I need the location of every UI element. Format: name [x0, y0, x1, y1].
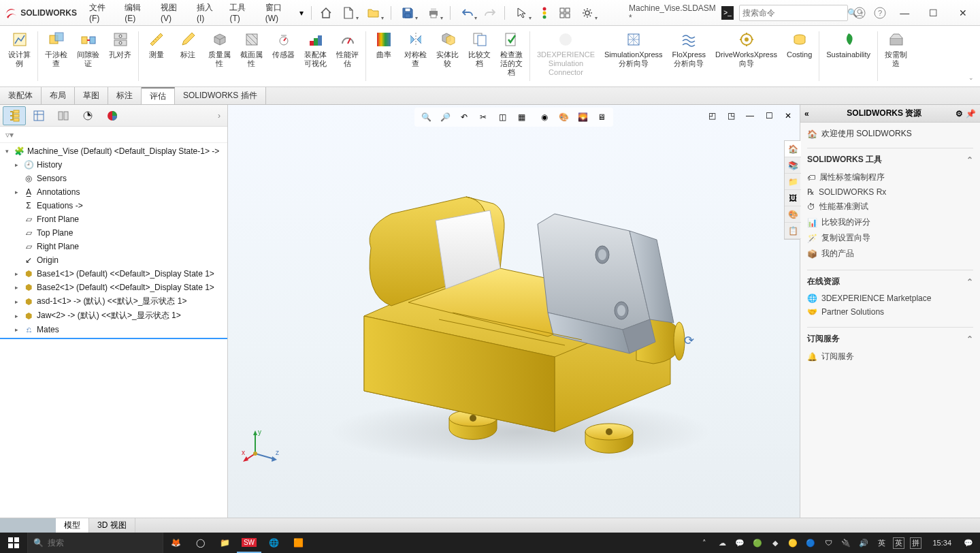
zoom-area-icon[interactable]: 🔎	[436, 109, 454, 125]
tree-front-plane[interactable]: ▱Front Plane	[0, 212, 227, 226]
ribbon-costing[interactable]: Costing	[783, 29, 816, 84]
tab-layout[interactable]: 布局	[42, 87, 75, 104]
taskbar-app-1[interactable]: 🦊	[163, 533, 188, 553]
start-button[interactable]	[0, 533, 27, 553]
tree-right-plane[interactable]: ▱Right Plane	[0, 240, 227, 253]
ribbon-clearance[interactable]: 间隙验 证	[73, 29, 103, 84]
menu-file[interactable]: 文件(F)	[85, 0, 118, 26]
ribbon-body-compare[interactable]: 实体比 较	[432, 29, 463, 84]
tree-part-asd1[interactable]: ▸⬢asd-1<1> -> (默认) <<默认>_显示状态 1>	[0, 294, 227, 309]
fm-tab-config[interactable]	[52, 106, 75, 125]
tp-tab-design-library-icon[interactable]: 📚	[785, 157, 801, 174]
redo-button[interactable]	[481, 3, 499, 22]
tp-link-my-products[interactable]: 📦我的产品	[807, 246, 973, 262]
collapse-icon[interactable]: «	[804, 109, 809, 118]
tray-volume-icon[interactable]: 🔊	[858, 539, 870, 548]
ribbon-doc-compare[interactable]: 比较文 档	[464, 29, 495, 84]
ribbon-symmetry[interactable]: 对称检 查	[400, 29, 431, 84]
tree-sensors[interactable]: ◎Sensors	[0, 172, 227, 185]
new-button[interactable]	[338, 3, 360, 22]
ribbon-measure[interactable]: 测量	[142, 29, 172, 84]
tp-pin-icon[interactable]: 📌	[966, 109, 976, 118]
tp-link-marketplace[interactable]: 🌐3DEXPERIENCE Marketplace	[807, 291, 973, 305]
tray-security-icon[interactable]: 🛡	[822, 539, 834, 547]
tp-section-subscription[interactable]: 订阅服务⌃	[807, 327, 973, 345]
orientation-triad[interactable]: y x z	[242, 426, 282, 467]
tp-link-copy-settings[interactable]: 🪄复制设置向导	[807, 230, 973, 246]
zoom-fit-icon[interactable]: 🔍	[417, 109, 435, 125]
tree-annotations[interactable]: ▸A̲Annotations	[0, 185, 227, 199]
tray-icon[interactable]: 🔵	[804, 539, 817, 548]
taskbar-search-field[interactable]	[48, 538, 157, 548]
maximize-button[interactable]: ☐	[921, 3, 947, 22]
menu-view[interactable]: 视图(V)	[157, 0, 190, 26]
fm-tab-property[interactable]	[27, 106, 50, 125]
feature-filter[interactable]: ▿▾	[0, 127, 227, 143]
dropdown-arrow-icon[interactable]: ▾	[299, 8, 306, 18]
tab-evaluate[interactable]: 评估	[142, 87, 175, 104]
tree-origin[interactable]: ↙Origin	[0, 253, 227, 267]
tree-history[interactable]: ▸🕘History	[0, 158, 227, 172]
tp-link-rx[interactable]: ℞SOLIDWORKS Rx	[807, 185, 973, 199]
tp-tab-home-icon[interactable]: 🏠	[785, 141, 801, 157]
view-settings-icon[interactable]: 🖥	[593, 109, 610, 125]
fm-tab-display[interactable]	[101, 106, 124, 125]
taskbar-app-explorer[interactable]: 📁	[212, 533, 237, 553]
tree-part-jaw[interactable]: ▸⬢Jaw<2> -> (默认) <<默认>_显示状态 1>	[0, 309, 227, 323]
tray-chat-icon[interactable]: 💬	[734, 539, 746, 548]
tray-icon[interactable]: 🟡	[787, 539, 799, 548]
motion-study-placeholder[interactable]	[0, 518, 56, 533]
welcome-link[interactable]: 🏠欢迎使用 SOLIDWORKS	[807, 128, 973, 140]
section-view-icon[interactable]: ✂	[474, 109, 492, 125]
ribbon-curvature[interactable]: 曲率	[369, 29, 399, 84]
split-view-2-icon[interactable]: ◳	[722, 108, 740, 124]
tp-tab-file-explorer-icon[interactable]: 📁	[785, 174, 801, 190]
tp-settings-icon[interactable]: ⚙	[956, 109, 963, 118]
ribbon-mass-props[interactable]: 质量属 性	[204, 29, 235, 84]
tray-ime-pinyin[interactable]: 拼	[910, 537, 921, 549]
menu-edit[interactable]: 编辑(E)	[120, 0, 154, 26]
tp-tab-custom-props-icon[interactable]: 📋	[785, 223, 801, 239]
tp-section-online[interactable]: 在线资源⌃	[807, 270, 973, 287]
appearance-icon[interactable]: 🎨	[555, 109, 572, 125]
fm-expand-icon[interactable]: ›	[214, 111, 225, 121]
tab-sketch[interactable]: 草图	[75, 87, 108, 104]
tray-notifications-icon[interactable]: 💬	[962, 539, 975, 548]
tp-link-property-tab[interactable]: 🏷属性标签编制程序	[807, 170, 973, 185]
rebuild-button[interactable]	[536, 3, 553, 22]
ribbon-sensors[interactable]: 传感器	[268, 29, 299, 84]
tray-icon[interactable]: ◆	[769, 539, 781, 548]
tab-assembly[interactable]: 装配体	[0, 87, 42, 104]
tp-link-partner[interactable]: 🤝Partner Solutions	[807, 305, 973, 319]
tp-tab-view-palette-icon[interactable]: 🖼	[785, 190, 801, 206]
tray-ime-mode[interactable]: 英	[893, 537, 904, 549]
tray-wechat-icon[interactable]: 🟢	[751, 539, 764, 548]
close-button[interactable]: ✕	[949, 3, 976, 22]
previous-view-icon[interactable]: ↶	[455, 109, 473, 125]
tp-link-compare-score[interactable]: 📊比较我的评分	[807, 215, 973, 230]
minimize-button[interactable]: —	[892, 3, 918, 22]
tray-clock[interactable]: 15:34	[927, 539, 957, 547]
graphics-viewport[interactable]: 🔍 🔎 ↶ ✂ ◫ ▦ ◉ 🎨 🌄 🖥 ◰ ◳ — ☐ ✕	[228, 105, 800, 522]
tp-section-tools[interactable]: SOLIDWORKS 工具⌃	[807, 148, 973, 165]
tree-part-base2[interactable]: ▸⬢Base2<1> (Default) <<Default>_Display …	[0, 281, 227, 294]
bottom-tab-model[interactable]: 模型	[56, 518, 89, 533]
ribbon-driveworks[interactable]: DriveWorksXpress 向导	[711, 29, 781, 84]
select-button[interactable]	[510, 3, 533, 22]
tray-power-icon[interactable]: 🔌	[840, 539, 852, 548]
viewport-maximize-icon[interactable]: ☐	[760, 108, 778, 124]
tree-rollback-bar[interactable]	[0, 338, 227, 339]
tray-chevron-icon[interactable]: ˄	[698, 539, 710, 548]
taskbar-app-edge[interactable]: 🌐	[261, 533, 286, 553]
open-button[interactable]	[363, 3, 385, 22]
fm-tab-dimxpert[interactable]	[76, 106, 99, 125]
tree-top-plane[interactable]: ▱Top Plane	[0, 226, 227, 240]
tp-link-benchmark[interactable]: ⏱性能基准测试	[807, 199, 973, 215]
taskbar-app-other[interactable]: 🟧	[286, 533, 310, 553]
ribbon-markup[interactable]: 标注	[173, 29, 203, 84]
ribbon-expand-icon[interactable]: ⌄	[966, 29, 976, 84]
ribbon-design-study[interactable]: 设计算 例	[4, 29, 35, 84]
ribbon-interference[interactable]: 干涉检 查	[41, 29, 71, 84]
tree-mates[interactable]: ▸⎌Mates	[0, 323, 227, 336]
help-button[interactable]: ?	[871, 3, 889, 22]
